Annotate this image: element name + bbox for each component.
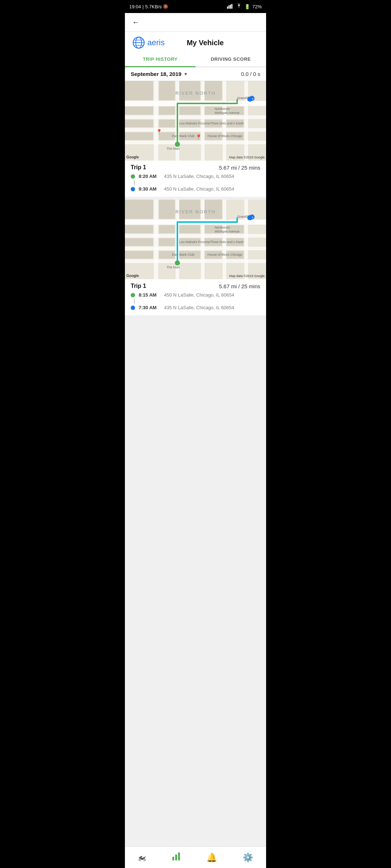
svg-text:Michigan Avenue: Michigan Avenue [215, 111, 239, 115]
wifi-icon [236, 4, 242, 10]
bottom-spacer [125, 318, 266, 324]
svg-rect-71 [159, 225, 175, 233]
status-left: 19:04 | 5.7KB/s 🔕 [129, 4, 168, 9]
svg-text:The Mart: The Mart [167, 265, 180, 269]
svg-rect-76 [159, 238, 175, 246]
end-dot-2 [131, 306, 135, 310]
waypoint-start-2: 8:15 AM 450 N LaSalle, Chicago, IL 60654 [131, 292, 260, 298]
svg-rect-2 [230, 5, 231, 9]
svg-text:Michigan Avenue: Michigan Avenue [215, 230, 239, 233]
back-button[interactable]: ← [131, 17, 141, 28]
svg-rect-67 [159, 200, 175, 219]
svg-rect-17 [223, 81, 226, 161]
svg-text:The Mart: The Mart [167, 147, 180, 150]
svg-text:←: ← [226, 217, 230, 221]
app-container: ← aeris My Vehicle TRIP HISTORY DRIVING … [125, 13, 266, 868]
svg-rect-20 [159, 81, 175, 100]
nav-item-alerts[interactable]: 🔔 [201, 851, 223, 864]
trip-stats-1: 5.67 mi / 25 mins [219, 165, 260, 171]
trip-header-1: Trip 1 5.67 mi / 25 mins [131, 164, 260, 171]
svg-rect-28 [125, 120, 153, 127]
mute-icon: 🔕 [163, 4, 168, 9]
svg-rect-29 [159, 120, 175, 127]
aeris-brand-text: aeris [147, 38, 165, 47]
globe-icon [132, 36, 145, 49]
tab-trip-history[interactable]: TRIP HISTORY [125, 52, 196, 67]
svg-text:Nordstrom: Nordstrom [215, 107, 230, 111]
page-title: My Vehicle [187, 39, 224, 47]
svg-rect-3 [231, 4, 232, 9]
svg-text:Three Dots and A Dash: Three Dots and A Dash [210, 240, 244, 244]
svg-text:📍: 📍 [156, 129, 163, 135]
svg-rect-25 [179, 107, 200, 115]
map-container-1[interactable]: RIVER NORTH Lou Malnaťs Pizzeria East Ba… [125, 81, 266, 161]
bottom-nav: 🏍 🔔 ⚙️ [125, 846, 266, 868]
svg-rect-18 [244, 81, 248, 161]
svg-text:📍: 📍 [196, 134, 202, 140]
trips-icon: 🏍 [138, 852, 146, 863]
trip-stats-2: 5.67 mi / 25 mins [219, 283, 260, 289]
time: 19:04 [129, 4, 141, 9]
battery-icon: 🔋 [244, 4, 250, 9]
signal-icon [227, 4, 234, 10]
trip-name-1: Trip 1 [131, 164, 146, 171]
svg-rect-72 [179, 225, 200, 233]
date-selector[interactable]: September 18, 2019 ▼ [131, 71, 188, 77]
end-address-1: 450 N LaSalle, Chicago, IL 60654 [164, 186, 234, 192]
svg-rect-1 [228, 5, 230, 9]
map-svg-1: RIVER NORTH Lou Malnaťs Pizzeria East Ba… [125, 81, 266, 161]
selected-date: September 18, 2019 [131, 71, 181, 77]
trip-info-1: Trip 1 5.67 mi / 25 mins 8:20 AM 435 N L… [125, 161, 266, 197]
date-bar: September 18, 2019 ▼ 0.0 / 0 s [125, 67, 266, 81]
svg-text:Three Dots and A Dash: Three Dots and A Dash [210, 122, 244, 125]
nav-item-settings[interactable]: ⚙️ [237, 851, 259, 864]
svg-rect-33 [125, 132, 153, 140]
svg-text:Nordstrom: Nordstrom [215, 226, 230, 229]
nav-item-stats[interactable] [166, 850, 187, 865]
svg-text:Lou Malnaťs Pizzeria: Lou Malnaťs Pizzeria [179, 122, 210, 125]
map-svg-2: RIVER NORTH Lou Malnaťs Pizzeria East Ba… [125, 200, 266, 279]
total-stats: 0.0 / 0 s [241, 71, 260, 77]
svg-text:House of Blues Chicago: House of Blues Chicago [207, 134, 243, 138]
svg-point-50 [247, 97, 252, 102]
google-watermark-2: Google [126, 274, 139, 278]
svg-text:←: ← [226, 99, 230, 103]
svg-point-96 [175, 260, 180, 265]
svg-text:Lou Malnaťs Pizzeria: Lou Malnaťs Pizzeria [179, 240, 210, 244]
aeris-logo: aeris [132, 36, 165, 49]
start-time-1: 8:20 AM [139, 174, 160, 179]
start-dot-1 [131, 174, 135, 179]
svg-rect-66 [125, 200, 153, 219]
map-copyright-2: Map data ©2019 Google [229, 274, 265, 278]
map-container-2[interactable]: RIVER NORTH Lou Malnaťs Pizzeria East Ba… [125, 200, 266, 279]
tab-driving-score[interactable]: DRIVING SCORE [196, 52, 266, 67]
svg-text:RIVER NORTH: RIVER NORTH [175, 209, 216, 214]
map-copyright: Map data ©2019 Google [229, 156, 265, 159]
start-address-1: 435 N LaSalle, Chicago, IL 60654 [164, 174, 234, 179]
svg-text:House of Blues Chicago: House of Blues Chicago [207, 253, 243, 256]
svg-rect-23 [125, 107, 153, 115]
svg-text:East Bank Club: East Bank Club [172, 134, 194, 138]
waypoint-start-1: 8:20 AM 435 N LaSalle, Chicago, IL 60654 [131, 174, 260, 179]
battery-percent: 72% [252, 4, 262, 9]
trip-name-2: Trip 1 [131, 283, 146, 289]
trip-header-2: Trip 1 5.67 mi / 25 mins [131, 283, 260, 289]
tabs-container: TRIP HISTORY DRIVING SCORE [125, 52, 266, 67]
svg-rect-80 [125, 251, 153, 259]
nav-item-trips[interactable]: 🏍 [132, 851, 152, 864]
end-time-2: 7:30 AM [139, 305, 160, 310]
data-speed: | [143, 4, 144, 9]
trip-waypoints-2: 8:15 AM 450 N LaSalle, Chicago, IL 60654… [131, 292, 260, 310]
svg-rect-65 [244, 200, 248, 279]
svg-rect-64 [223, 200, 226, 279]
chevron-down-icon: ▼ [184, 72, 188, 77]
svg-rect-0 [227, 7, 228, 9]
top-nav: ← [125, 13, 266, 32]
alerts-icon: 🔔 [206, 852, 217, 863]
svg-rect-100 [175, 855, 177, 860]
status-bar: 19:04 | 5.7KB/s 🔕 🔋 72% [125, 0, 266, 13]
trip-info-2: Trip 1 5.67 mi / 25 mins 8:15 AM 450 N L… [125, 279, 266, 315]
status-right: 🔋 72% [227, 4, 262, 10]
app-header: aeris My Vehicle [125, 32, 266, 52]
stats-icon [172, 852, 181, 863]
